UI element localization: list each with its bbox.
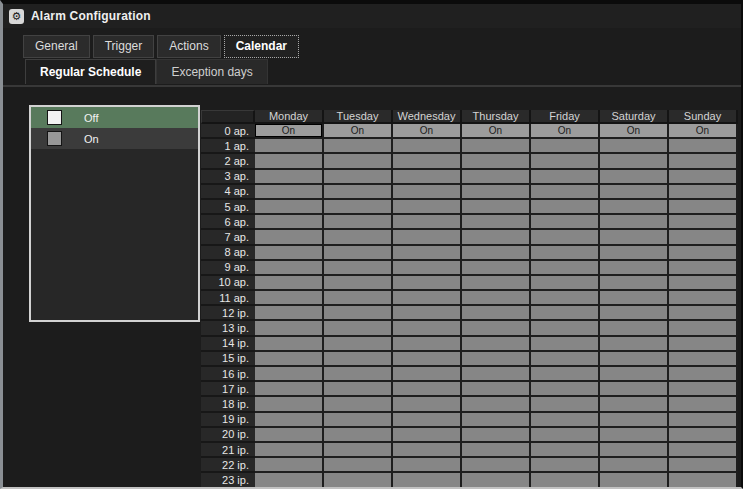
schedule-cell[interactable] xyxy=(324,321,393,336)
schedule-cell[interactable] xyxy=(531,246,600,261)
schedule-cell[interactable] xyxy=(255,443,324,458)
schedule-cell[interactable] xyxy=(669,413,738,428)
schedule-cell[interactable] xyxy=(600,428,669,443)
schedule-cell[interactable]: On xyxy=(531,124,600,139)
schedule-cell[interactable] xyxy=(462,200,531,215)
schedule-cell[interactable] xyxy=(531,428,600,443)
schedule-cell[interactable] xyxy=(462,382,531,397)
schedule-cell[interactable] xyxy=(600,276,669,291)
schedule-cell[interactable] xyxy=(324,428,393,443)
hour-label[interactable]: 8 ap. xyxy=(201,246,255,261)
schedule-cell[interactable] xyxy=(255,276,324,291)
schedule-cell[interactable] xyxy=(324,306,393,321)
schedule-cell[interactable] xyxy=(255,337,324,352)
schedule-cell[interactable] xyxy=(393,428,462,443)
schedule-cell[interactable] xyxy=(531,170,600,185)
schedule-cell[interactable] xyxy=(669,367,738,382)
schedule-cell[interactable] xyxy=(462,397,531,412)
schedule-cell[interactable] xyxy=(600,352,669,367)
schedule-cell[interactable] xyxy=(393,200,462,215)
schedule-cell[interactable]: On xyxy=(324,124,393,139)
schedule-cell[interactable] xyxy=(393,473,462,488)
hour-label[interactable]: 0 ap. xyxy=(201,124,255,139)
schedule-cell[interactable]: On xyxy=(255,124,324,139)
schedule-cell[interactable] xyxy=(600,261,669,276)
tab-general[interactable]: General xyxy=(23,35,90,58)
schedule-cell[interactable]: On xyxy=(600,124,669,139)
schedule-cell[interactable] xyxy=(531,367,600,382)
schedule-cell[interactable] xyxy=(669,170,738,185)
hour-label[interactable]: 9 ap. xyxy=(201,261,255,276)
schedule-cell[interactable] xyxy=(324,413,393,428)
legend-item-off[interactable]: Off xyxy=(31,107,198,128)
schedule-cell[interactable] xyxy=(255,382,324,397)
schedule-cell[interactable] xyxy=(255,139,324,154)
schedule-cell[interactable] xyxy=(324,185,393,200)
schedule-cell[interactable] xyxy=(393,321,462,336)
schedule-cell[interactable] xyxy=(669,246,738,261)
schedule-cell[interactable] xyxy=(531,382,600,397)
schedule-cell[interactable] xyxy=(600,230,669,245)
schedule-cell[interactable] xyxy=(531,291,600,306)
hour-label[interactable]: 2 ap. xyxy=(201,154,255,169)
schedule-cell[interactable] xyxy=(669,276,738,291)
day-header-saturday[interactable]: Saturday xyxy=(600,110,669,124)
schedule-cell[interactable] xyxy=(600,139,669,154)
schedule-cell[interactable] xyxy=(669,458,738,473)
schedule-cell[interactable] xyxy=(324,397,393,412)
schedule-cell[interactable] xyxy=(669,428,738,443)
schedule-cell[interactable] xyxy=(669,185,738,200)
schedule-cell[interactable] xyxy=(324,139,393,154)
schedule-cell[interactable] xyxy=(600,246,669,261)
schedule-cell[interactable] xyxy=(462,413,531,428)
schedule-cell[interactable] xyxy=(600,215,669,230)
schedule-cell[interactable] xyxy=(462,443,531,458)
schedule-cell[interactable] xyxy=(600,458,669,473)
schedule-cell[interactable] xyxy=(669,306,738,321)
schedule-cell[interactable]: On xyxy=(669,124,738,139)
hour-label[interactable]: 7 ap. xyxy=(201,230,255,245)
schedule-cell[interactable] xyxy=(531,458,600,473)
schedule-cell[interactable] xyxy=(393,337,462,352)
schedule-cell[interactable] xyxy=(393,139,462,154)
schedule-cell[interactable] xyxy=(324,367,393,382)
schedule-cell[interactable] xyxy=(600,321,669,336)
schedule-cell[interactable] xyxy=(669,230,738,245)
tab-actions[interactable]: Actions xyxy=(157,35,220,58)
schedule-cell[interactable] xyxy=(255,185,324,200)
schedule-cell[interactable] xyxy=(531,154,600,169)
schedule-cell[interactable] xyxy=(324,443,393,458)
schedule-cell[interactable] xyxy=(531,200,600,215)
schedule-cell[interactable] xyxy=(462,185,531,200)
schedule-cell[interactable] xyxy=(669,337,738,352)
schedule-cell[interactable] xyxy=(393,443,462,458)
hour-label[interactable]: 18 ip. xyxy=(201,397,255,412)
schedule-cell[interactable] xyxy=(324,458,393,473)
schedule-cell[interactable] xyxy=(324,276,393,291)
schedule-cell[interactable] xyxy=(531,337,600,352)
day-header-wednesday[interactable]: Wednesday xyxy=(393,110,462,124)
schedule-cell[interactable] xyxy=(531,306,600,321)
schedule-cell[interactable] xyxy=(462,321,531,336)
schedule-cell[interactable] xyxy=(600,200,669,215)
day-header-monday[interactable]: Monday xyxy=(255,110,324,124)
schedule-cell[interactable] xyxy=(462,154,531,169)
schedule-cell[interactable] xyxy=(600,473,669,488)
schedule-cell[interactable] xyxy=(462,352,531,367)
schedule-cell[interactable] xyxy=(393,306,462,321)
hour-label[interactable]: 6 ap. xyxy=(201,215,255,230)
schedule-cell[interactable] xyxy=(600,154,669,169)
hour-label[interactable]: 21 ip. xyxy=(201,443,255,458)
schedule-cell[interactable] xyxy=(669,443,738,458)
schedule-cell[interactable] xyxy=(669,352,738,367)
hour-label[interactable]: 3 ap. xyxy=(201,170,255,185)
schedule-cell[interactable] xyxy=(600,413,669,428)
schedule-cell[interactable] xyxy=(393,458,462,473)
schedule-cell[interactable] xyxy=(462,337,531,352)
hour-label[interactable]: 5 ap. xyxy=(201,200,255,215)
schedule-cell[interactable] xyxy=(255,170,324,185)
schedule-cell[interactable] xyxy=(531,473,600,488)
schedule-cell[interactable] xyxy=(255,352,324,367)
legend-item-on[interactable]: On xyxy=(31,128,198,149)
schedule-cell[interactable] xyxy=(255,200,324,215)
